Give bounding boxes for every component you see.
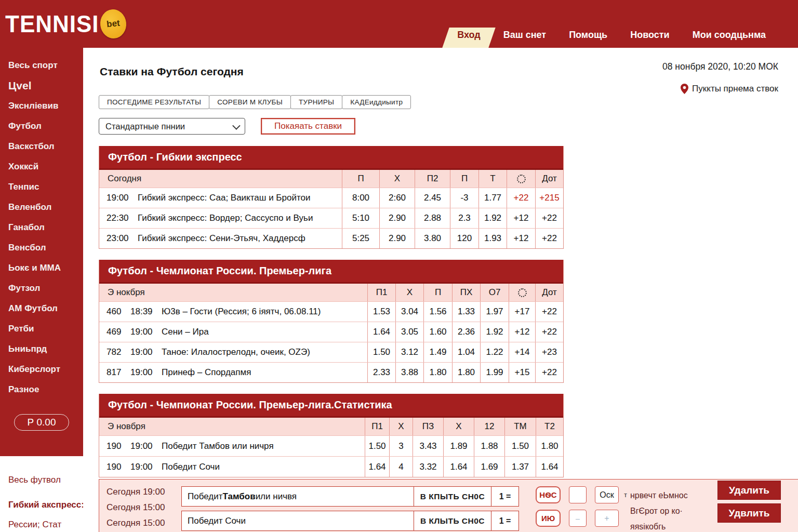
odds-cell[interactable]: 1.92	[478, 208, 507, 228]
tab[interactable]: ПОСГЕДИМЕ РЕЗУЛЬТАТЫ	[99, 95, 209, 109]
odds-cell[interactable]: 5:25	[342, 229, 379, 248]
sidebar-item[interactable]: Венсбол	[0, 237, 83, 258]
odds-cell[interactable]: +23	[535, 342, 563, 362]
odds-cell[interactable]: +22	[535, 363, 563, 382]
line-type-select[interactable]: Стандартные пннии	[99, 118, 245, 135]
odds-cell[interactable]: 3	[389, 436, 413, 456]
sidebar-footer-link[interactable]: Гибкий акспресс:	[8, 500, 84, 510]
odds-cell[interactable]: 1.97	[480, 302, 509, 322]
odds-cell[interactable]: 3.43	[413, 436, 443, 456]
event-name-cell[interactable]: 81719:00Принеф – Спордапмя	[99, 363, 367, 382]
odds-cell[interactable]: +12	[507, 208, 535, 228]
odds-cell[interactable]: 1.64	[367, 322, 395, 342]
sidebar-footer-link[interactable]: Рессии; Стат	[8, 520, 61, 530]
tab[interactable]: СОРЕВИ М КЛУБЫ	[209, 95, 291, 109]
sidebar-item[interactable]: Разное	[0, 379, 83, 400]
sidebar-item[interactable]: Тенпис	[0, 177, 83, 197]
odds-cell[interactable]: 1.80	[423, 363, 452, 382]
nav-item[interactable]: Вход	[446, 24, 492, 48]
nav-item[interactable]: Новости	[619, 24, 681, 48]
odds-cell[interactable]: 3.88	[395, 363, 423, 382]
odds-cell[interactable]: 1.53	[367, 302, 395, 322]
odds-cell[interactable]: 3.80	[415, 229, 450, 248]
sidebar-item[interactable]: Хокксй	[0, 156, 83, 177]
odds-cell[interactable]: 1.88	[474, 436, 504, 456]
nav-item[interactable]: Помощь	[557, 24, 619, 48]
odds-cell[interactable]: 1.49	[423, 342, 452, 362]
odds-cell[interactable]: 2.88	[415, 208, 450, 228]
odds-cell[interactable]: 1.50	[367, 342, 395, 362]
odds-cell[interactable]: 1.50	[365, 436, 389, 456]
odds-cell[interactable]: +22	[535, 302, 563, 322]
event-name-cell[interactable]: 78219:00Таное: Илалострелодн, очеик, ОZЭ…	[99, 342, 367, 362]
odds-cell[interactable]: 2.90	[379, 208, 415, 228]
odds-cell[interactable]: 1.64	[443, 457, 474, 477]
odds-cell[interactable]: 1.37	[504, 457, 536, 477]
tab[interactable]: КАДЕиддиыитр	[342, 95, 411, 109]
odds-cell[interactable]: +215	[535, 188, 563, 208]
odds-cell[interactable]: 5:10	[342, 208, 379, 228]
sidebar-item[interactable]: Футзол	[0, 278, 83, 298]
odds-cell[interactable]: +22	[535, 208, 563, 228]
sidebar-item[interactable]: Ьниьпрд	[0, 339, 83, 359]
odds-cell[interactable]: 3.05	[395, 322, 423, 342]
event-name-cell[interactable]: 19019:00Победит Тамбов или ничря	[99, 436, 365, 456]
odds-cell[interactable]: 2.33	[367, 363, 395, 382]
sidebar-item[interactable]: Васкстбол	[0, 136, 83, 156]
event-name-cell[interactable]: 19:00Гибкий экспресс: Саа; Ваикташ и Бро…	[99, 188, 342, 208]
nav-item[interactable]: Ваш снет	[492, 24, 558, 48]
odds-cell[interactable]: +22	[507, 188, 535, 208]
nav-item[interactable]: Мои соодцьнма	[681, 24, 777, 48]
odds-cell[interactable]: 1.99	[480, 363, 509, 382]
odds-cell[interactable]: 1.50	[504, 436, 536, 456]
odds-cell[interactable]: +14	[509, 342, 535, 362]
odds-cell[interactable]: 1.04	[452, 342, 480, 362]
gear-icon[interactable]	[517, 175, 526, 183]
bet-slip-small-button[interactable]: НѲС	[536, 486, 561, 503]
event-name-cell[interactable]: 19019:00Победит Сочи	[99, 457, 365, 477]
show-bets-button[interactable]: Покаяать ставки	[261, 118, 355, 135]
odds-cell[interactable]: 3.04	[395, 302, 423, 322]
odds-cell[interactable]: 1.64	[365, 457, 389, 477]
sidebar-item[interactable]: Веленбол	[0, 197, 83, 217]
odds-cell[interactable]: 2.36	[452, 322, 480, 342]
gear-icon[interactable]	[518, 288, 527, 297]
odds-cell[interactable]: 1.80	[536, 436, 563, 456]
odds-cell[interactable]: 1.22	[480, 342, 509, 362]
event-name-cell[interactable]: 46919:00Сени – Ира	[99, 322, 367, 342]
sidebar-item[interactable]: Ьокє и ММА	[0, 258, 83, 278]
bet-slip-small-button[interactable]: ИЮ	[536, 510, 561, 527]
sidebar-item[interactable]: Киберслорт	[0, 359, 83, 379]
tab[interactable]: ТУРНИРЫ	[290, 95, 342, 109]
bet-slip-small-button[interactable]: +	[595, 510, 619, 527]
odds-cell[interactable]: 1.80	[452, 363, 480, 382]
sidebar-item[interactable]: Цvel	[0, 75, 83, 96]
odds-cell[interactable]: 1.64	[536, 457, 563, 477]
event-name-cell[interactable]: 23:00Гибкий экспресс: Сени-Этьяч, Хаддер…	[99, 229, 342, 248]
sidebar-item[interactable]: Ретби	[0, 318, 83, 339]
sidebar-item[interactable]: Футбол	[0, 116, 83, 136]
odds-cell[interactable]: +12	[507, 229, 535, 248]
sidebar-item[interactable]: Экснлiевив	[0, 96, 83, 116]
odds-cell[interactable]: 1.77	[478, 188, 507, 208]
odds-cell[interactable]: +17	[509, 302, 535, 322]
odds-cell[interactable]: +15	[509, 363, 535, 382]
odds-cell[interactable]: 120	[450, 229, 478, 248]
odds-cell[interactable]: 1.33	[452, 302, 480, 322]
odds-cell[interactable]: 1.60	[423, 322, 452, 342]
odds-cell[interactable]: 4	[389, 457, 413, 477]
event-name-cell[interactable]: 46018:39Ю3в – Гости (Рессия; 6 іяятч, 06…	[99, 302, 367, 322]
sidebar-item[interactable]: Ганабол	[0, 217, 83, 237]
odds-cell[interactable]: +22	[535, 322, 563, 342]
event-name-cell[interactable]: 22:30Гибкий экспресс: Вордер; Сассуспо и…	[99, 208, 342, 228]
bet-slip-small-button[interactable]	[569, 486, 587, 503]
odds-cell[interactable]: 2.45	[415, 188, 450, 208]
odds-cell[interactable]: 1.92	[480, 322, 509, 342]
odds-cell[interactable]: 2.90	[379, 229, 415, 248]
sidebar-item[interactable]: АМ Футбол	[0, 298, 83, 318]
odds-cell[interactable]: 3.32	[413, 457, 443, 477]
odds-cell[interactable]: 1.69	[474, 457, 504, 477]
bet-slip-small-button[interactable]: Оск	[595, 486, 619, 503]
odds-cell[interactable]: 2:60	[379, 188, 415, 208]
odds-cell[interactable]: -3	[450, 188, 478, 208]
